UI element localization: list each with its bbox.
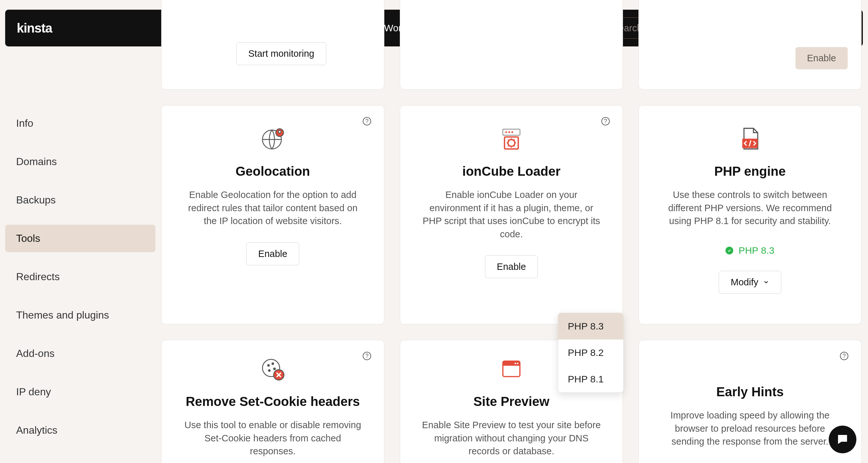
- sidebar-item-themes-plugins[interactable]: Themes and plugins: [5, 302, 155, 329]
- dropdown-option-php-8-2[interactable]: PHP 8.2: [558, 340, 623, 366]
- chat-support-button[interactable]: [829, 426, 857, 453]
- card-description: Enable ionCube Loader on your environmen…: [421, 188, 602, 241]
- card-title: Remove Set-Cookie headers: [176, 394, 370, 409]
- card-partial-3: Enable: [639, 0, 862, 90]
- sidebar-item-backups[interactable]: Backups: [5, 186, 155, 214]
- sidebar: Info Domains Backups Tools Redirects The…: [5, 110, 155, 463]
- sidebar-item-addons[interactable]: Add-ons: [5, 340, 155, 367]
- dropdown-option-php-8-3[interactable]: PHP 8.3: [558, 313, 623, 340]
- sidebar-item-redirects[interactable]: Redirects: [5, 263, 155, 290]
- card-description: Enable Site Preview to test your site be…: [421, 419, 602, 458]
- php-version-label: PHP 8.3: [738, 245, 774, 256]
- sidebar-item-analytics[interactable]: Analytics: [5, 416, 155, 444]
- card-title: ionCube Loader: [414, 164, 609, 179]
- svg-point-23: [517, 363, 519, 364]
- svg-point-17: [274, 368, 275, 370]
- card-partial-2: [400, 0, 623, 90]
- modify-php-button[interactable]: Modify: [719, 271, 781, 294]
- card-geolocation: ? Geolocation Enable Geolocation for the…: [161, 105, 384, 325]
- php-version-dropdown: PHP 8.3 PHP 8.2 PHP 8.1: [558, 313, 624, 393]
- card-title: Early Hints: [653, 384, 847, 399]
- early-hints-icon: [736, 354, 765, 374]
- dropdown-option-php-8-1[interactable]: PHP 8.1: [558, 366, 623, 392]
- card-title: Geolocation: [176, 164, 370, 179]
- kinsta-logo[interactable]: kinsta: [17, 21, 52, 35]
- content-grid: Start monitoring Enable ? Geolocation En…: [161, 0, 862, 463]
- svg-point-8: [505, 131, 507, 133]
- check-icon: [725, 247, 733, 254]
- chevron-down-icon: [763, 279, 769, 285]
- card-description: Use these controls to switch between dif…: [660, 188, 840, 228]
- sidebar-item-info[interactable]: Info: [5, 110, 155, 137]
- enable-ioncube-button[interactable]: Enable: [485, 255, 538, 278]
- sidebar-item-ip-deny[interactable]: IP deny: [5, 378, 155, 406]
- sidebar-item-caching[interactable]: Caching: [5, 455, 155, 463]
- svg-point-16: [272, 363, 273, 364]
- svg-point-6: [278, 131, 281, 133]
- help-icon[interactable]: ?: [363, 117, 371, 125]
- start-monitoring-button[interactable]: Start monitoring: [236, 42, 326, 65]
- php-file-icon: [736, 124, 765, 153]
- card-title: PHP engine: [653, 164, 847, 179]
- svg-point-18: [269, 370, 270, 371]
- site-preview-icon: [497, 354, 526, 383]
- card-early-hints: ? Early Hints Improve loading speed by a…: [639, 340, 862, 463]
- help-icon[interactable]: ?: [840, 352, 848, 360]
- card-title: Site Preview: [414, 394, 609, 409]
- cookie-remove-icon: [258, 354, 287, 383]
- card-ioncube: ? ionCube Loader Enable ionCube Loader o…: [400, 105, 623, 325]
- enable-button-disabled: Enable: [796, 47, 848, 69]
- help-icon[interactable]: ?: [363, 352, 371, 360]
- enable-geolocation-button[interactable]: Enable: [246, 243, 299, 265]
- help-icon[interactable]: ?: [601, 117, 610, 125]
- chat-icon: [836, 433, 849, 446]
- card-remove-set-cookie: ? Remove Set-Cookie headers Use this too…: [161, 340, 384, 463]
- globe-icon: [258, 124, 287, 153]
- svg-point-15: [268, 365, 269, 366]
- sidebar-item-domains[interactable]: Domains: [5, 148, 155, 176]
- card-description: Enable Geolocation for the option to add…: [183, 188, 363, 228]
- modify-button-label: Modify: [731, 277, 758, 287]
- card-description: Improve loading speed by allowing the br…: [660, 409, 840, 448]
- card-start-monitoring-partial: Start monitoring: [161, 0, 384, 90]
- ioncube-icon: [497, 124, 526, 153]
- php-version-status: PHP 8.3: [653, 245, 847, 256]
- card-description: Use this tool to enable or disable remov…: [183, 419, 363, 458]
- svg-point-10: [512, 131, 513, 133]
- svg-point-9: [508, 131, 510, 133]
- svg-point-22: [515, 363, 516, 364]
- card-php-engine: PHP engine Use these controls to switch …: [639, 105, 862, 325]
- sidebar-item-tools[interactable]: Tools: [5, 225, 155, 252]
